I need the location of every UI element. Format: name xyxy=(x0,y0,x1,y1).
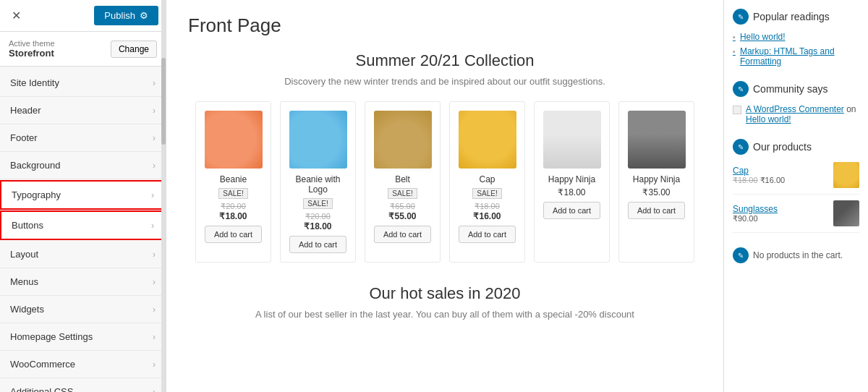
sidebar-item-woocommerce[interactable]: WooCommerce› xyxy=(0,351,166,378)
sidebar-item-background[interactable]: Background› xyxy=(0,152,166,179)
popular-links-list: ▪Hello world!▪Markup: HTML Tags and Form… xyxy=(733,32,859,67)
active-theme-bar: Active theme Storefront Change xyxy=(0,32,166,67)
product-card: Happy Ninja₹18.00Add to cart xyxy=(534,101,610,263)
sidebar-item-label: Widgets xyxy=(10,304,44,315)
collection-title: Summer 20/21 Collection xyxy=(188,51,702,70)
add-to-cart-button[interactable]: Add to cart xyxy=(628,202,685,219)
chevron-right-icon: › xyxy=(153,387,156,393)
price-old: ₹18.00 xyxy=(459,202,516,211)
mini-product-image xyxy=(833,162,859,188)
chevron-right-icon: › xyxy=(151,190,154,200)
sidebar-item-menus[interactable]: Menus› xyxy=(0,268,166,296)
scrollbar[interactable] xyxy=(161,0,166,392)
product-name: Belt xyxy=(374,174,431,184)
sidebar-item-homepage-settings[interactable]: Homepage Settings› xyxy=(0,323,166,351)
chevron-right-icon: › xyxy=(153,332,156,342)
mini-product-info: Cap₹18.00 ₹16.00 xyxy=(733,166,785,185)
sidebar-item-site-identity[interactable]: Site Identity› xyxy=(0,69,166,97)
add-to-cart-button[interactable]: Add to cart xyxy=(205,226,262,243)
collection-section: Summer 20/21 Collection Discovery the ne… xyxy=(188,51,702,263)
mini-products-list: Cap₹18.00 ₹16.00Sunglasses₹90.00 xyxy=(733,162,859,233)
popular-link[interactable]: ▪Hello world! xyxy=(733,32,859,42)
chevron-right-icon: › xyxy=(153,106,156,116)
main-preview: Front Page Summer 20/21 Collection Disco… xyxy=(166,0,723,392)
sidebar-item-buttons[interactable]: Buttons› xyxy=(0,210,166,240)
sidebar-item-footer[interactable]: Footer› xyxy=(0,124,166,152)
publish-button[interactable]: Publish ⚙ xyxy=(94,6,158,25)
community-says-title: ✎ Community says xyxy=(733,81,859,97)
product-image xyxy=(205,111,263,169)
hot-sales-title: Our hot sales in 2020 xyxy=(188,284,702,303)
community-says-widget: ✎ Community says A WordPress Commenter o… xyxy=(733,81,859,124)
sidebar-item-additional-css[interactable]: Additional CSS› xyxy=(0,378,166,392)
mini-price-new: ₹16.00 xyxy=(760,176,786,184)
product-name: Happy Ninja xyxy=(543,174,600,184)
no-products-bar: ✎ No products in the cart. xyxy=(733,247,859,263)
our-products-icon: ✎ xyxy=(733,139,749,155)
sidebar-item-widgets[interactable]: Widgets› xyxy=(0,296,166,323)
product-name: Happy Ninja xyxy=(628,174,685,184)
chevron-right-icon: › xyxy=(151,221,154,231)
mini-product-name[interactable]: Cap xyxy=(733,166,785,176)
product-card: BeanieSALE!₹20.00₹18.00Add to cart xyxy=(195,101,271,263)
page-title: Front Page xyxy=(188,14,702,37)
sidebar-item-typography[interactable]: Typography› xyxy=(0,180,166,210)
gear-icon: ⚙ xyxy=(140,10,148,21)
add-to-cart-button[interactable]: Add to cart xyxy=(543,202,600,219)
sale-badge: SALE! xyxy=(218,188,247,199)
price-old: ₹20.00 xyxy=(205,202,262,211)
sidebar-item-layout[interactable]: Layout› xyxy=(0,241,166,268)
sale-badge: SALE! xyxy=(472,188,501,199)
scrollbar-thumb[interactable] xyxy=(161,58,166,145)
mini-product-item: Sunglasses₹90.00 xyxy=(733,200,859,233)
sidebar-item-label: Typography xyxy=(12,189,61,200)
price-single: ₹18.00 xyxy=(543,187,600,197)
popular-readings-icon: ✎ xyxy=(733,9,749,25)
close-button[interactable]: ✕ xyxy=(7,7,25,24)
active-theme-label: Active theme xyxy=(9,39,55,48)
sidebar-item-label: Background xyxy=(10,160,60,171)
price-old: ₹20.00 xyxy=(289,212,346,221)
popular-link[interactable]: ▪Markup: HTML Tags and Formatting xyxy=(733,46,859,67)
product-image xyxy=(628,111,686,169)
community-icon: ✎ xyxy=(733,81,749,97)
chevron-right-icon: › xyxy=(153,161,156,171)
sidebar-top-bar: ✕ Publish ⚙ xyxy=(0,0,166,32)
product-image xyxy=(374,111,432,169)
mini-product-info: Sunglasses₹90.00 xyxy=(733,204,778,223)
price-new: ₹55.00 xyxy=(374,211,431,221)
product-card: BeltSALE!₹65.00₹55.00Add to cart xyxy=(365,101,441,263)
product-card: Beanie with LogoSALE!₹20.00₹18.00Add to … xyxy=(280,101,356,263)
sidebar-item-label: Homepage Settings xyxy=(10,331,93,342)
product-card: CapSALE!₹18.00₹16.00Add to cart xyxy=(449,101,525,263)
mini-product-prices: ₹18.00 ₹16.00 xyxy=(733,176,785,185)
community-comment-text: A WordPress Commenter on Hello world! xyxy=(746,104,859,124)
hot-sales-subtitle: A list of our best seller in the last ye… xyxy=(188,309,702,320)
popular-readings-widget: ✎ Popular readings ▪Hello world!▪Markup:… xyxy=(733,9,859,67)
price-old: ₹65.00 xyxy=(374,202,431,211)
mini-product-prices: ₹90.00 xyxy=(733,214,778,223)
right-sidebar: ✎ Popular readings ▪Hello world!▪Markup:… xyxy=(723,0,868,392)
sidebar-item-label: Additional CSS xyxy=(10,386,73,392)
sidebar-item-label: Footer xyxy=(10,132,38,143)
add-to-cart-button[interactable]: Add to cart xyxy=(289,236,346,253)
price-new: ₹18.00 xyxy=(289,221,346,231)
active-theme-info: Active theme Storefront xyxy=(9,39,55,59)
mini-product-name[interactable]: Sunglasses xyxy=(733,204,778,214)
add-to-cart-button[interactable]: Add to cart xyxy=(374,226,431,243)
cart-icon: ✎ xyxy=(733,247,749,263)
add-to-cart-button[interactable]: Add to cart xyxy=(459,226,516,243)
customizer-sidebar: ✕ Publish ⚙ Active theme Storefront Chan… xyxy=(0,0,166,392)
sidebar-item-header[interactable]: Header› xyxy=(0,97,166,124)
document-icon: ▪ xyxy=(733,47,736,56)
comment-post-link[interactable]: Hello world! xyxy=(746,114,791,124)
mini-price-old: ₹18.00 xyxy=(733,176,758,184)
publish-label: Publish xyxy=(104,10,135,21)
change-theme-button[interactable]: Change xyxy=(111,41,157,58)
commenter-link[interactable]: A WordPress Commenter xyxy=(746,104,844,114)
comment-avatar xyxy=(733,106,741,114)
sidebar-item-label: Site Identity xyxy=(10,77,59,88)
sidebar-item-label: Header xyxy=(10,105,41,116)
price-new: ₹16.00 xyxy=(459,211,516,221)
chevron-right-icon: › xyxy=(153,277,156,287)
